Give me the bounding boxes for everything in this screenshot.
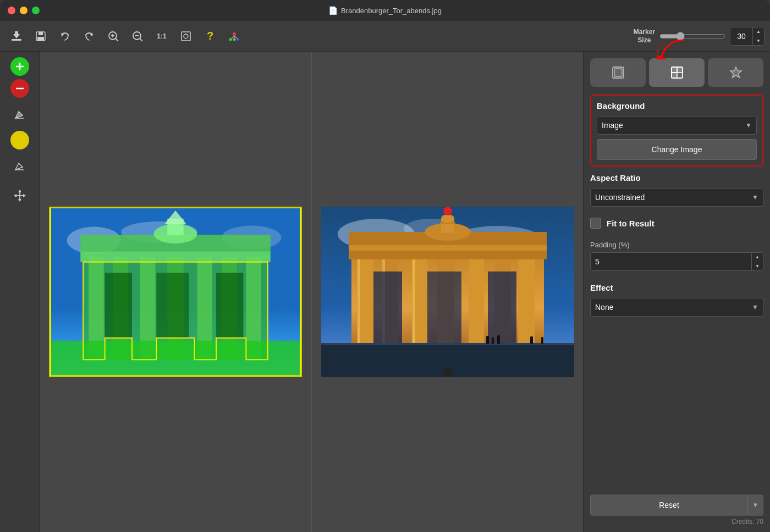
padding-section: Padding (%) 5 ▲ ▼ bbox=[590, 241, 763, 276]
background-dropdown-arrow: ▼ bbox=[745, 121, 752, 129]
padding-spinners: ▲ ▼ bbox=[751, 252, 763, 271]
padding-decrement[interactable]: ▼ bbox=[752, 262, 763, 271]
add-background-button[interactable] bbox=[10, 79, 29, 98]
aspect-ratio-dropdown[interactable]: Unconstrained ▼ bbox=[590, 188, 763, 207]
help-button[interactable]: ? bbox=[199, 25, 221, 47]
background-section: Background Image ▼ Change Image bbox=[590, 95, 763, 167]
svg-rect-91 bbox=[614, 69, 622, 76]
svg-rect-55 bbox=[50, 341, 300, 376]
svg-marker-33 bbox=[18, 199, 21, 202]
marker-size-value: 30 bbox=[730, 32, 752, 41]
output-image[interactable] bbox=[321, 207, 574, 377]
tab-row: ↓ bbox=[590, 58, 763, 87]
gate-left-svg bbox=[50, 208, 301, 376]
download-button[interactable] bbox=[6, 25, 28, 47]
fit-to-result-checkbox[interactable] bbox=[590, 218, 601, 229]
svg-marker-1 bbox=[13, 31, 20, 38]
marker-decrement[interactable]: ▼ bbox=[753, 36, 764, 46]
svg-line-10 bbox=[116, 38, 118, 41]
eraser-tool-button[interactable] bbox=[7, 101, 33, 128]
effect-dropdown[interactable]: None ▼ bbox=[590, 298, 763, 317]
reset-dropdown-arrow[interactable]: ▼ bbox=[747, 495, 763, 516]
svg-point-15 bbox=[184, 34, 188, 38]
background-value: Image bbox=[602, 121, 745, 130]
svg-marker-32 bbox=[18, 190, 21, 192]
svg-rect-81 bbox=[488, 271, 516, 343]
undo-button[interactable] bbox=[54, 25, 76, 47]
fit-row: Fit to Result bbox=[590, 218, 763, 229]
svg-point-16 bbox=[233, 32, 236, 36]
reset-button[interactable]: Reset bbox=[591, 495, 747, 516]
marker-value-box: 30 ▲ ▼ bbox=[730, 27, 765, 46]
svg-rect-4 bbox=[37, 37, 44, 41]
crop-tab-button[interactable] bbox=[590, 58, 646, 87]
svg-rect-0 bbox=[12, 39, 21, 41]
minimize-button[interactable] bbox=[20, 7, 28, 14]
canvas-left bbox=[40, 52, 312, 532]
zoom-fit-button[interactable] bbox=[175, 25, 197, 47]
erase-selected-button[interactable] bbox=[7, 153, 33, 179]
aspect-ratio-arrow: ▼ bbox=[752, 193, 758, 201]
svg-rect-94 bbox=[677, 67, 683, 73]
move-tool-button[interactable] bbox=[7, 182, 33, 209]
marker-increment[interactable]: ▲ bbox=[753, 27, 764, 36]
favorites-tab-button[interactable] bbox=[708, 58, 763, 87]
zoom-1to1-button[interactable]: 1:1 bbox=[151, 25, 173, 47]
window-title: 📄 Brandenburger_Tor_abends.jpg bbox=[328, 6, 442, 15]
padding-value: 5 bbox=[591, 257, 751, 266]
zoom-in-button[interactable] bbox=[102, 25, 124, 47]
canvas-panel bbox=[40, 52, 583, 532]
effect-section: Effect None ▼ bbox=[590, 283, 763, 321]
canvas-right bbox=[312, 52, 583, 532]
svg-rect-87 bbox=[530, 336, 533, 344]
svg-rect-80 bbox=[427, 271, 461, 343]
svg-point-78 bbox=[441, 214, 454, 223]
aspect-ratio-section: Aspect Ratio Unconstrained ▼ bbox=[590, 173, 763, 211]
svg-rect-52 bbox=[105, 273, 131, 337]
credits: Credits: 70 bbox=[590, 518, 763, 525]
titlebar: 📄 Brandenburger_Tor_abends.jpg bbox=[0, 0, 770, 21]
svg-rect-47 bbox=[80, 251, 270, 262]
close-button[interactable] bbox=[8, 7, 15, 14]
add-foreground-button[interactable] bbox=[10, 57, 29, 76]
change-image-button[interactable]: Change Image bbox=[597, 139, 757, 160]
background-dropdown[interactable]: Image ▼ bbox=[597, 116, 757, 135]
fit-to-result-label: Fit to Result bbox=[607, 219, 654, 228]
save-button[interactable] bbox=[30, 25, 52, 47]
svg-rect-14 bbox=[182, 32, 190, 41]
right-panel: ↓ bbox=[583, 52, 770, 532]
svg-line-13 bbox=[140, 38, 142, 41]
top-marker[interactable] bbox=[443, 207, 452, 215]
padding-increment[interactable]: ▲ bbox=[752, 252, 763, 262]
reset-row: Reset ▼ bbox=[590, 495, 763, 516]
svg-rect-85 bbox=[492, 337, 494, 344]
color-picker[interactable] bbox=[10, 131, 29, 149]
bottom-marker[interactable] bbox=[443, 368, 452, 377]
aspect-ratio-value: Unconstrained bbox=[595, 193, 752, 202]
effect-dropdown-arrow: ▼ bbox=[752, 303, 758, 311]
arrow-svg bbox=[645, 37, 689, 59]
background-label: Background bbox=[597, 101, 757, 110]
svg-rect-72 bbox=[349, 250, 547, 259]
aspect-ratio-label: Aspect Ratio bbox=[590, 173, 763, 182]
network-button[interactable] bbox=[223, 25, 245, 47]
file-icon: 📄 bbox=[328, 6, 338, 15]
window-controls[interactable] bbox=[8, 7, 40, 14]
output-tab-button[interactable] bbox=[649, 58, 705, 87]
svg-rect-84 bbox=[486, 336, 489, 344]
padding-spinbox: 5 ▲ ▼ bbox=[590, 252, 763, 271]
main-layout: ↓ bbox=[0, 52, 770, 532]
maximize-button[interactable] bbox=[32, 7, 40, 14]
svg-rect-88 bbox=[541, 337, 543, 344]
redo-button[interactable] bbox=[78, 25, 100, 47]
canvas-area bbox=[40, 52, 583, 532]
effect-label: Effect bbox=[590, 283, 763, 292]
source-image[interactable] bbox=[49, 207, 302, 377]
svg-rect-3 bbox=[38, 32, 43, 35]
svg-marker-35 bbox=[23, 194, 26, 197]
padding-label: Padding (%) bbox=[590, 241, 763, 249]
svg-rect-83 bbox=[321, 343, 574, 345]
zoom-out-button[interactable] bbox=[127, 25, 148, 47]
svg-rect-95 bbox=[672, 73, 677, 78]
spacer bbox=[590, 328, 763, 495]
